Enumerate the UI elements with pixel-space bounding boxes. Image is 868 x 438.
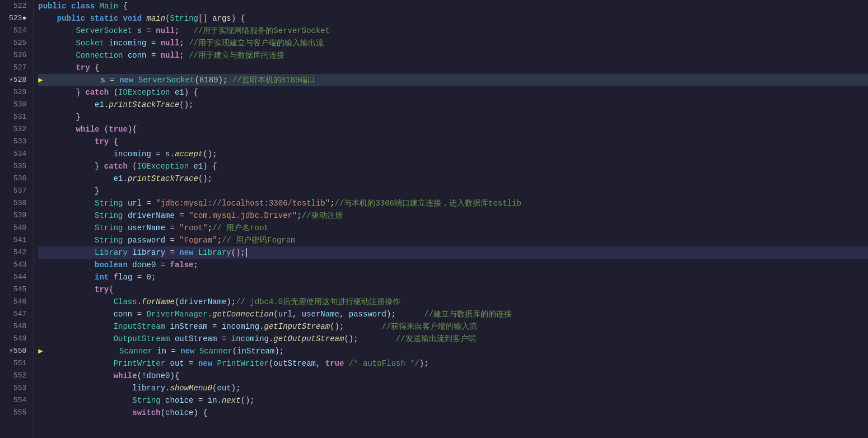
code-line-548: InputStream inStream = incoming.getInput… <box>38 320 868 333</box>
code-line-531: } <box>38 111 868 123</box>
code-editor: 522 523● 524 525 526 527 ⚡528 529 530 53… <box>0 0 868 438</box>
line-537: 537 <box>9 185 29 197</box>
line-548: 548 <box>9 320 29 333</box>
line-555: 555 <box>9 407 29 419</box>
code-line-549: OutputStream outStream = incoming.getOut… <box>38 333 868 345</box>
line-535: 535 <box>9 160 29 173</box>
line-546: 546 <box>9 296 29 308</box>
line-541: 541 <box>9 234 29 246</box>
code-line-553: library.showMenu0(out); <box>38 382 868 394</box>
line-554: 554 <box>9 394 29 407</box>
code-line-534: incoming = s.accept(); <box>38 148 868 160</box>
line-528: ⚡528 <box>9 74 29 86</box>
code-line-538: String url = "jdbc:mysql://localhost:330… <box>38 197 868 209</box>
code-line-527: try { <box>38 62 868 74</box>
line-545: 545 <box>9 283 29 296</box>
line-522: 522 <box>9 0 29 12</box>
line-523: 523● <box>9 12 29 25</box>
line-549: 549 <box>9 333 29 345</box>
code-line-536: e1.printStackTrace(); <box>38 173 868 185</box>
line-532: 532 <box>9 123 29 136</box>
line-543: 543 <box>9 259 29 271</box>
code-line-528: ▶ s = new ServerSocket(8189); //监听本机的818… <box>38 74 868 86</box>
line-542: 542 <box>9 246 29 259</box>
code-line-542: Library library = new Library(); <box>38 246 868 259</box>
code-line-523: public static void main(String[] args) { <box>38 12 868 25</box>
code-line-533: try { <box>38 136 868 148</box>
line-544: 544 <box>9 271 29 283</box>
line-540: 540 <box>9 222 29 234</box>
code-line-526: Connection conn = null; //用于建立与数据库的连接 <box>38 49 868 62</box>
code-line-546: Class.forName(driverName);// jdbc4.0后无需使… <box>38 296 868 308</box>
code-line-525: Socket incoming = null; //用于实现建立与客户端的输入输… <box>38 37 868 49</box>
code-line-529: } catch (IOException e1) { <box>38 86 868 99</box>
line-533: 533 <box>9 136 29 148</box>
code-line-530: e1.printStackTrace(); <box>38 99 868 111</box>
line-536: 536 <box>9 173 29 185</box>
line-526: 526 <box>9 49 29 62</box>
code-line-555: switch(choice) { <box>38 407 868 419</box>
code-line-552: while(!done0){ <box>38 370 868 382</box>
line-530: 530 <box>9 99 29 111</box>
code-line-537: } <box>38 185 868 197</box>
line-547: 547 <box>9 308 29 320</box>
code-line-554: String choice = in.next(); <box>38 394 868 407</box>
code-line-544: int flag = 0; <box>38 271 868 283</box>
line-534: 534 <box>9 148 29 160</box>
code-line-547: conn = DriverManager.getConnection(url, … <box>38 308 868 320</box>
line-531: 531 <box>9 111 29 123</box>
line-529: 529 <box>9 86 29 99</box>
line-552: 552 <box>9 370 29 382</box>
line-525: 525 <box>9 37 29 49</box>
code-line-541: String password = "Fogram";// 用户密码Fogram <box>38 234 868 246</box>
code-line-524: ServerSocket s = null; //用于实现网络服务的Server… <box>38 25 868 37</box>
line-551: 551 <box>9 357 29 370</box>
code-line-540: String userName = "root";// 用户名root <box>38 222 868 234</box>
line-524: 524 <box>9 25 29 37</box>
code-line-545: try{ <box>38 283 868 296</box>
code-line-532: while (true){ <box>38 123 868 136</box>
line-539: 539 <box>9 209 29 222</box>
code-line-551: PrintWriter out = new PrintWriter(outStr… <box>38 357 868 370</box>
line-538: 538 <box>9 197 29 209</box>
code-line-550: ▶ Scanner in = new Scanner(inStream); <box>38 345 868 357</box>
code-line-539: String driverName = "com.mysql.jdbc.Driv… <box>38 209 868 222</box>
code-line-543: boolean done0 = false; <box>38 259 868 271</box>
code-line-535: } catch (IOException e1) { <box>38 160 868 173</box>
code-line-522: public class Main { <box>38 0 868 12</box>
line-numbers: 522 523● 524 525 526 527 ⚡528 529 530 53… <box>0 0 34 438</box>
code-content[interactable]: public class Main { public static void m… <box>34 0 868 438</box>
line-527: 527 <box>9 62 29 74</box>
line-553: 553 <box>9 382 29 394</box>
line-550: ⚡550 <box>9 345 29 357</box>
